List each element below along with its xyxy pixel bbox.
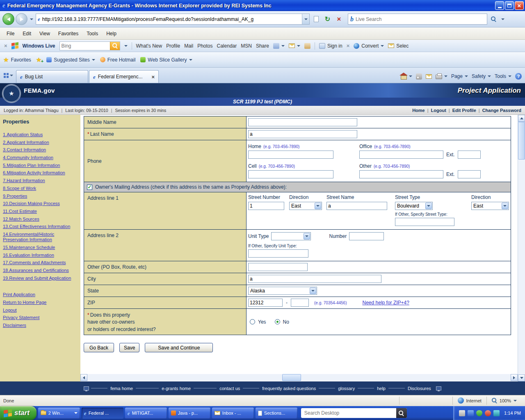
tray-icon[interactable] <box>485 410 491 416</box>
quick-tabs-button[interactable] <box>2 70 15 81</box>
chevron-down-icon[interactable] <box>124 45 128 47</box>
menu-view[interactable]: View <box>35 29 54 38</box>
live-link-mail[interactable]: Mail <box>184 43 193 49</box>
search-desktop-button[interactable] <box>396 408 407 418</box>
zip4-input[interactable] <box>291 299 309 307</box>
restore-button[interactable] <box>505 1 514 10</box>
home-phone-input[interactable] <box>248 151 333 159</box>
fema-gov-logo[interactable]: FEMA.gov <box>24 87 55 94</box>
address-bar[interactable]: e http://192.168.3.193:7777/FEMAMitigati… <box>36 14 310 25</box>
disclaimers-link[interactable]: Disclaimers <box>3 323 78 328</box>
menu-edit[interactable]: Edit <box>18 29 35 38</box>
other-po-box-input[interactable] <box>248 263 308 271</box>
other-ext-input[interactable] <box>458 170 481 178</box>
direction-select[interactable]: East <box>289 202 322 210</box>
vertical-scrollbar[interactable] <box>518 115 525 381</box>
bing-search-box[interactable] <box>59 41 120 50</box>
toolbar-close-icon[interactable]: × <box>4 43 7 49</box>
tray-icon[interactable] <box>468 410 474 416</box>
select-arrow-button[interactable] <box>502 203 508 209</box>
privacy-statement-link[interactable]: Privacy Statement <box>3 315 78 320</box>
middle-name-input[interactable] <box>248 118 357 126</box>
taskbar-window-sections[interactable]: Sections... <box>256 408 297 419</box>
sidebar-item-maintenance-schedule[interactable]: 15.Maintenance Schedule <box>3 245 78 250</box>
sidebar-item-review-submit[interactable]: 19.Review and Submit Application <box>3 276 78 281</box>
home-button[interactable] <box>401 73 412 80</box>
sidebar-item-scope-of-work[interactable]: 8.Scope of Work <box>3 186 78 191</box>
other-phone-input[interactable] <box>359 170 443 178</box>
tab-close-icon[interactable]: × <box>151 74 155 80</box>
search-desktop-input[interactable] <box>301 410 396 416</box>
live-search-box[interactable]: b <box>348 14 487 25</box>
sidebar-item-decision-making[interactable]: 10.Decision Making Process <box>3 201 78 206</box>
live-profile-menu[interactable] <box>273 43 285 49</box>
live-link-calendar[interactable]: Calendar <box>217 43 237 49</box>
scrollbar-track[interactable] <box>518 122 525 374</box>
search-desktop-box[interactable] <box>301 408 407 418</box>
scrollbar-thumb[interactable] <box>282 374 301 381</box>
zip-help-link[interactable]: Need help for ZIP+4? <box>363 300 409 306</box>
sidebar-item-mitigation-plan[interactable]: 5.Mitigation Plan Information <box>3 163 78 168</box>
rss-feeds-button[interactable] <box>416 73 422 80</box>
taskbar-clock[interactable]: 1:14 PM <box>504 411 521 415</box>
sidebar-item-environmental-historic[interactable]: 14.Environmental/Historic Preservation I… <box>3 232 78 242</box>
menu-help[interactable]: Help <box>102 29 121 38</box>
bing-search-button[interactable] <box>110 42 120 50</box>
cell-phone-input[interactable] <box>248 170 333 178</box>
live-search-input[interactable] <box>356 16 485 22</box>
search-options-dropdown[interactable] <box>500 14 506 24</box>
windows-live-label[interactable]: Windows Live <box>23 43 55 49</box>
tray-icon[interactable] <box>459 410 465 416</box>
unit-number-input[interactable] <box>349 232 384 240</box>
sidebar-item-cost-estimate[interactable]: 11.Cost Estimate <box>3 209 78 214</box>
street-type-select[interactable]: Boulevard <box>395 202 433 210</box>
read-mail-button[interactable] <box>426 74 432 79</box>
tab-federal-emergency[interactable]: e Federal Emergenc... × <box>89 70 159 83</box>
scroll-down-button[interactable] <box>518 374 525 381</box>
convert-menu[interactable]: Convert <box>354 43 384 49</box>
stop-button[interactable]: × <box>334 14 344 24</box>
compatibility-view-button[interactable] <box>311 14 321 24</box>
free-hotmail-item[interactable]: Free Hotmail <box>100 57 136 63</box>
menu-file[interactable]: File <box>2 29 18 38</box>
sidebar-item-applicant-information[interactable]: 2.Applicant Information <box>3 140 78 145</box>
live-link-whats-new[interactable]: What's New <box>136 43 162 49</box>
logout-link[interactable]: Logout <box>3 308 78 313</box>
scroll-up-button[interactable] <box>518 115 525 122</box>
taskbar-window-group[interactable]: 2 Win... <box>38 408 80 419</box>
taskbar-window-java[interactable]: Java - p... <box>169 408 210 419</box>
address-history-dropdown[interactable] <box>302 14 309 24</box>
direction2-select[interactable]: East <box>471 202 509 210</box>
print-application-link[interactable]: Print Application <box>3 292 78 297</box>
logout-link[interactable]: Logout <box>431 108 446 113</box>
suggested-sites-item[interactable]: Suggested Sites <box>46 57 95 63</box>
sidebar-item-evaluation-information[interactable]: 16.Evaluation Information <box>3 253 78 258</box>
edit-profile-link[interactable]: Edit Profile <box>452 108 476 113</box>
street-number-input[interactable] <box>248 202 284 210</box>
help-button[interactable]: ? <box>515 73 522 80</box>
unit-type-select[interactable] <box>271 232 311 240</box>
start-button[interactable]: start <box>0 406 37 420</box>
footer-fema-home-link[interactable]: fema home <box>107 386 136 391</box>
sidebar-item-hazard-information[interactable]: 7.Hazard Information <box>3 178 78 183</box>
tray-shield-icon[interactable] <box>476 410 482 416</box>
zip-input[interactable] <box>248 299 283 307</box>
save-and-continue-button[interactable]: Save and Continue <box>145 343 213 352</box>
select-arrow-button[interactable] <box>304 233 310 240</box>
add-favorite-button[interactable]: ★+ <box>36 57 41 63</box>
recent-pages-dropdown[interactable] <box>29 14 34 24</box>
live-mail-menu[interactable] <box>289 43 300 48</box>
select-arrow-button[interactable] <box>310 288 316 294</box>
web-slice-gallery-item[interactable]: Web Slice Gallery <box>140 57 192 63</box>
sidebar-item-assurances-certifications[interactable]: 18.Assurances and Certifications <box>3 268 78 273</box>
close-button[interactable]: × <box>515 1 524 10</box>
footer-contact-us-link[interactable]: contact us <box>217 386 243 391</box>
city-input[interactable] <box>248 275 381 283</box>
url-text[interactable]: http://192.168.3.193:7777/FEMAMitigation… <box>42 16 300 22</box>
tools-menu[interactable]: Tools <box>495 73 511 79</box>
footer-glossary-link[interactable]: glossary <box>335 386 358 391</box>
menu-favorites[interactable]: Favorites <box>54 29 82 38</box>
sidebar-item-comments-attachments[interactable]: 17.Comments and Attachments <box>3 260 78 265</box>
translate-icon[interactable] <box>304 43 310 49</box>
scrollbar-track[interactable] <box>87 374 511 381</box>
